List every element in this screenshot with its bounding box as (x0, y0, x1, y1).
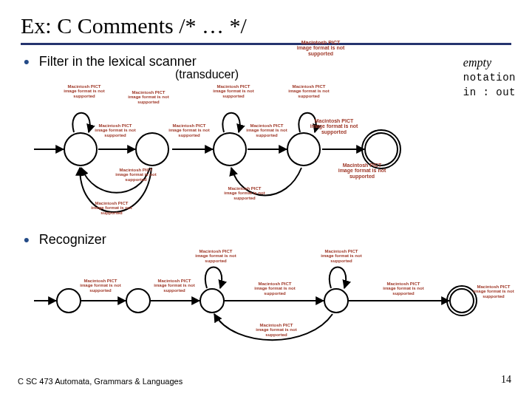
footer-course: C SC 473 Automata, Grammars & Languages (18, 377, 183, 386)
pict-placeholder: Macintosh PICT image format is not suppo… (294, 40, 347, 56)
pict-placeholder: Macintosh PICT image format is not suppo… (224, 186, 265, 200)
state-r1 (126, 288, 151, 313)
pict-placeholder: Macintosh PICT image format is not suppo… (115, 168, 157, 182)
state-t4 (364, 132, 398, 166)
legend-empty: empty (463, 55, 516, 71)
pict-placeholder: Macintosh PICT image format is not suppo… (195, 249, 236, 263)
pict-placeholder: Macintosh PICT image format is not suppo… (307, 118, 361, 134)
pict-placeholder: Macintosh PICT image format is not suppo… (254, 282, 296, 296)
bullet-recognizer: • Recognizer (24, 232, 511, 248)
pict-placeholder: Macintosh PICT image format is not suppo… (154, 279, 195, 293)
bullet-dot: • (24, 236, 30, 245)
pict-placeholder: Macintosh PICT image format is not suppo… (288, 84, 330, 98)
state-r2 (200, 288, 225, 313)
pict-placeholder: Macintosh PICT image format is not suppo… (64, 84, 105, 98)
pict-placeholder: Macintosh PICT image format is not suppo… (246, 123, 287, 137)
pict-placeholder: Macintosh PICT image format is not suppo… (95, 123, 136, 137)
state-t1 (135, 132, 169, 166)
recognizer-fsm: Macintosh PICT image format is not suppo… (21, 249, 511, 352)
pict-placeholder: Macintosh PICT image format is not suppo… (383, 282, 424, 296)
pict-placeholder: Macintosh PICT image format is not suppo… (213, 84, 254, 98)
state-r0 (56, 288, 81, 313)
title-rule (21, 43, 511, 45)
state-r3 (324, 288, 349, 313)
state-t2 (213, 132, 247, 166)
page-number: 14 (501, 374, 511, 386)
transducer-fsm: Macintosh PICT image format is not suppo… (21, 83, 511, 231)
pict-placeholder: Macintosh PICT image format is not suppo… (256, 323, 297, 337)
pict-placeholder: Macintosh PICT image format is not suppo… (128, 90, 169, 104)
pict-placeholder: Macintosh PICT image format is not suppo… (91, 201, 132, 215)
pict-placeholder: Macintosh PICT image format is not suppo… (80, 279, 121, 293)
sublabel-transducer: (transducer) (0, 68, 511, 81)
page-title: Ex: C Comments /* … */ (21, 13, 511, 38)
pict-placeholder: Macintosh PICT image format is not suppo… (321, 249, 362, 263)
bullet-dot: • (24, 58, 30, 66)
pict-placeholder: Macintosh PICT image format is not suppo… (335, 163, 389, 179)
bullet-recognizer-text: Recognizer (39, 232, 106, 247)
state-r4 (449, 288, 474, 313)
pict-placeholder: Macintosh PICT image format is not suppo… (168, 123, 210, 137)
bullet-filter: • Filter in the lexical scanner (24, 54, 511, 69)
state-t0 (64, 132, 98, 166)
pict-placeholder: Macintosh PICT image format is not suppo… (473, 284, 514, 299)
transducer-arrows (21, 83, 523, 253)
bullet-filter-text: Filter in the lexical scanner (39, 54, 197, 69)
state-t3 (287, 132, 321, 166)
